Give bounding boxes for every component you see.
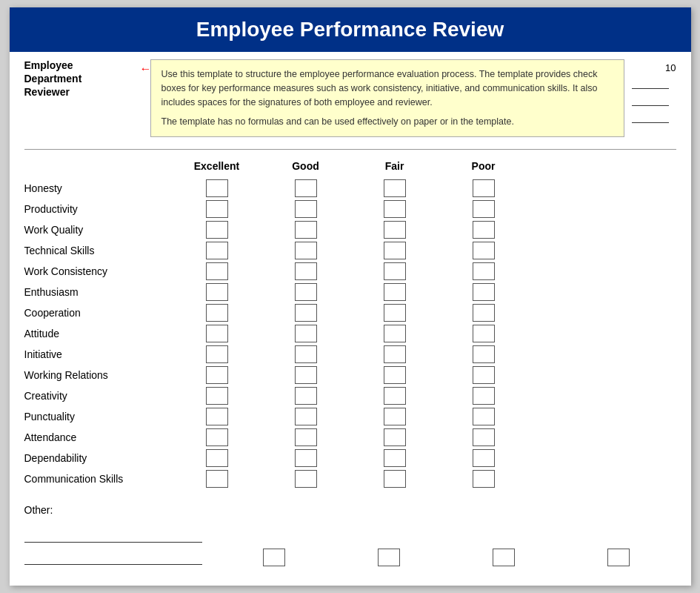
- attitude-excellent-checkbox[interactable]: [206, 325, 228, 342]
- cell-excellent: [173, 200, 261, 218]
- cell-excellent: [173, 449, 261, 467]
- working-relations-fair-checkbox[interactable]: [384, 366, 406, 384]
- creativity-fair-checkbox[interactable]: [384, 387, 406, 405]
- cell-fair: [350, 242, 439, 259]
- row-label-6: Cooperation: [24, 307, 173, 319]
- cell-excellent: [173, 470, 261, 488]
- other-good-checkbox[interactable]: [378, 549, 400, 566]
- creativity-good-checkbox[interactable]: [295, 387, 317, 405]
- dependability-poor-checkbox[interactable]: [473, 449, 495, 467]
- other-poor-checkbox[interactable]: [607, 549, 630, 566]
- honesty-poor-checkbox[interactable]: [473, 179, 495, 197]
- attendance-good-checkbox[interactable]: [295, 428, 317, 446]
- other-line-2[interactable]: [24, 544, 202, 565]
- cell-good: [261, 179, 350, 197]
- cell-good: [261, 408, 350, 425]
- enthusiasm-poor-checkbox[interactable]: [473, 283, 495, 301]
- other-fair-col: [459, 549, 548, 566]
- working-relations-poor-checkbox[interactable]: [473, 366, 495, 384]
- work-consistency-excellent-checkbox[interactable]: [206, 262, 228, 280]
- working-relations-excellent-checkbox[interactable]: [206, 366, 228, 384]
- initiative-fair-checkbox[interactable]: [384, 345, 406, 363]
- initiative-excellent-checkbox[interactable]: [206, 345, 228, 363]
- punctuality-poor-checkbox[interactable]: [473, 408, 495, 425]
- cell-excellent: [173, 387, 261, 405]
- communication-skills-poor-checkbox[interactable]: [473, 470, 495, 488]
- productivity-fair-checkbox[interactable]: [384, 200, 406, 218]
- cooperation-poor-checkbox[interactable]: [473, 304, 495, 322]
- punctuality-fair-checkbox[interactable]: [384, 408, 406, 425]
- punctuality-good-checkbox[interactable]: [295, 408, 317, 425]
- enthusiasm-good-checkbox[interactable]: [295, 283, 317, 301]
- communication-skills-fair-checkbox[interactable]: [384, 470, 406, 488]
- cell-poor: [439, 428, 528, 446]
- cell-excellent: [173, 345, 261, 363]
- table-row: Attitude: [24, 323, 676, 344]
- attitude-poor-checkbox[interactable]: [473, 325, 495, 342]
- productivity-excellent-checkbox[interactable]: [206, 200, 228, 218]
- work-consistency-good-checkbox[interactable]: [295, 262, 317, 280]
- cooperation-good-checkbox[interactable]: [295, 304, 317, 322]
- technical-skills-fair-checkbox[interactable]: [384, 242, 406, 259]
- creativity-poor-checkbox[interactable]: [473, 387, 495, 405]
- other-line-1[interactable]: [24, 522, 202, 543]
- work-quality-poor-checkbox[interactable]: [473, 221, 495, 239]
- technical-skills-excellent-checkbox[interactable]: [206, 242, 228, 259]
- work-quality-good-checkbox[interactable]: [295, 221, 317, 239]
- cell-fair: [350, 200, 439, 218]
- work-quality-fair-checkbox[interactable]: [384, 221, 406, 239]
- cell-poor: [439, 387, 528, 405]
- row-label-12: Attendance: [24, 431, 173, 443]
- cooperation-excellent-checkbox[interactable]: [206, 304, 228, 322]
- other-checkboxes: [202, 549, 676, 566]
- attitude-fair-checkbox[interactable]: [384, 325, 406, 342]
- cell-fair: [350, 345, 439, 363]
- work-consistency-fair-checkbox[interactable]: [384, 262, 406, 280]
- honesty-excellent-checkbox[interactable]: [206, 179, 228, 197]
- attendance-poor-checkbox[interactable]: [473, 428, 495, 446]
- cell-excellent: [173, 179, 261, 197]
- dependability-fair-checkbox[interactable]: [384, 449, 406, 467]
- cell-fair: [350, 262, 439, 280]
- honesty-good-checkbox[interactable]: [295, 179, 317, 197]
- work-quality-excellent-checkbox[interactable]: [206, 221, 228, 239]
- rating-header: Excellent Good Fair Poor: [10, 154, 691, 175]
- enthusiasm-fair-checkbox[interactable]: [384, 283, 406, 301]
- productivity-poor-checkbox[interactable]: [473, 200, 495, 218]
- communication-skills-good-checkbox[interactable]: [295, 470, 317, 488]
- attendance-excellent-checkbox[interactable]: [206, 428, 228, 446]
- punctuality-excellent-checkbox[interactable]: [206, 408, 228, 425]
- working-relations-good-checkbox[interactable]: [295, 366, 317, 384]
- communication-skills-excellent-checkbox[interactable]: [206, 470, 228, 488]
- other-fair-checkbox[interactable]: [493, 549, 515, 566]
- creativity-excellent-checkbox[interactable]: [206, 387, 228, 405]
- cell-good: [261, 449, 350, 467]
- other-excellent-checkbox[interactable]: [263, 549, 285, 566]
- attendance-fair-checkbox[interactable]: [384, 428, 406, 446]
- dependability-excellent-checkbox[interactable]: [206, 449, 228, 467]
- cell-poor: [439, 179, 528, 197]
- cell-fair: [350, 366, 439, 384]
- rating-table: HonestyProductivityWork QualityTechnical…: [10, 175, 691, 492]
- technical-skills-good-checkbox[interactable]: [295, 242, 317, 259]
- honesty-fair-checkbox[interactable]: [384, 179, 406, 197]
- dependability-good-checkbox[interactable]: [295, 449, 317, 467]
- cooperation-fair-checkbox[interactable]: [384, 304, 406, 322]
- other-lines: [24, 522, 676, 566]
- initiative-good-checkbox[interactable]: [295, 345, 317, 363]
- department-label: Department: [24, 73, 82, 85]
- technical-skills-poor-checkbox[interactable]: [473, 242, 495, 259]
- row-label-11: Punctuality: [24, 411, 173, 423]
- initiative-poor-checkbox[interactable]: [473, 345, 495, 363]
- table-row: Punctuality: [24, 406, 676, 427]
- row-label-0: Honesty: [24, 182, 173, 194]
- date-col: 10: [632, 59, 676, 123]
- enthusiasm-excellent-checkbox[interactable]: [206, 283, 228, 301]
- productivity-good-checkbox[interactable]: [295, 200, 317, 218]
- work-consistency-poor-checkbox[interactable]: [473, 262, 495, 280]
- cell-fair: [350, 179, 439, 197]
- attitude-good-checkbox[interactable]: [295, 325, 317, 342]
- table-row: Initiative: [24, 344, 676, 365]
- cell-fair: [350, 449, 439, 467]
- table-row: Productivity: [24, 199, 676, 219]
